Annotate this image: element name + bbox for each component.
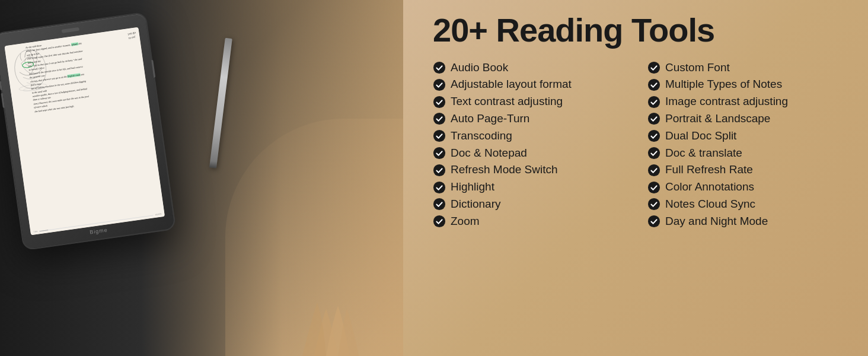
- svg-point-15: [648, 79, 660, 91]
- feature-label: Transcoding: [451, 129, 512, 143]
- device-brand: Bigme: [90, 227, 108, 235]
- svg-point-13: [433, 215, 445, 227]
- feature-transcoding: Transcoding: [433, 128, 636, 145]
- feature-label: Day and Night Mode: [665, 215, 768, 228]
- check-icon: [433, 96, 446, 109]
- svg-point-23: [648, 215, 660, 227]
- feature-label: Color Annotations: [665, 180, 754, 194]
- feature-full-refresh: Full Refresh Rate: [647, 161, 850, 179]
- feature-dictionary: Dictionary: [433, 196, 636, 213]
- feature-label: Notes Cloud Sync: [665, 198, 755, 211]
- svg-point-10: [433, 164, 445, 176]
- feature-label: Multiple Types of Notes: [665, 78, 782, 91]
- check-icon: [647, 96, 660, 109]
- feature-text-contrast: Text contrast adjusting: [433, 93, 636, 110]
- feature-label: Custom Font: [665, 61, 730, 75]
- right-side: 20+ Reading Tools Audio Book: [403, 0, 868, 356]
- feature-day-night: Day and Night Mode: [647, 213, 850, 230]
- check-icon: [433, 129, 446, 142]
- svg-point-19: [648, 147, 660, 159]
- feature-label: Text contrast adjusting: [451, 95, 563, 109]
- svg-point-11: [433, 181, 445, 193]
- svg-point-6: [433, 96, 445, 107]
- svg-point-14: [648, 62, 660, 74]
- check-icon: [647, 61, 660, 74]
- feature-label: Dual Doc Split: [665, 129, 736, 143]
- features-grid: Audio Book Adjustable layout format: [433, 59, 850, 347]
- check-icon: [433, 181, 446, 194]
- device-camera: [62, 27, 80, 33]
- check-icon: [433, 78, 446, 91]
- check-icon: [433, 61, 446, 74]
- svg-point-7: [433, 113, 445, 125]
- check-icon: [647, 198, 660, 211]
- feature-portrait-landscape: Portrait & Landscape: [647, 110, 850, 128]
- hand-illustration: [267, 237, 385, 356]
- feature-notes-cloud: Notes Cloud Sync: [647, 196, 850, 213]
- svg-point-8: [433, 130, 445, 142]
- check-icon: [647, 215, 660, 228]
- feature-audio-book: Audio Book: [433, 59, 636, 77]
- feature-refresh-mode: Refresh Mode Switch: [433, 161, 636, 179]
- feature-highlight: Highlight: [433, 179, 636, 196]
- feature-label: Highlight: [451, 180, 494, 194]
- svg-point-22: [648, 198, 660, 210]
- feature-dual-doc: Dual Doc Split: [647, 128, 850, 145]
- feature-label: Full Refresh Rate: [665, 163, 753, 177]
- feature-multiple-notes: Multiple Types of Notes: [647, 76, 850, 93]
- feature-label: Image contrast adjusting: [665, 95, 788, 109]
- feature-auto-page: Auto Page-Turn: [433, 110, 636, 128]
- svg-point-20: [648, 164, 660, 176]
- feature-label: Adjustable layout format: [451, 78, 572, 91]
- check-icon: [433, 164, 446, 177]
- feature-color-annotations: Color Annotations: [647, 179, 850, 196]
- svg-point-9: [433, 147, 445, 159]
- feature-label: Doc & Notepad: [451, 147, 527, 160]
- left-side: you go to on! As she said these words he…: [0, 0, 403, 356]
- feature-image-contrast: Image contrast adjusting: [647, 93, 850, 110]
- device-mockup: you go to on! As she said these words he…: [0, 5, 232, 316]
- svg-point-17: [648, 113, 660, 125]
- check-icon: [647, 129, 660, 142]
- right-column: Custom Font Multiple Types of Notes: [647, 59, 850, 347]
- feature-label: Refresh Mode Switch: [451, 163, 558, 177]
- svg-point-5: [433, 79, 445, 91]
- check-icon: [647, 78, 660, 91]
- feature-doc-translate: Doc & translate: [647, 145, 850, 162]
- feature-label: Auto Page-Turn: [451, 112, 529, 126]
- feature-label: Portrait & Landscape: [665, 112, 770, 126]
- feature-zoom: Zoom: [433, 213, 636, 230]
- check-icon: [433, 147, 446, 160]
- check-icon: [433, 198, 446, 211]
- feature-label: Doc & translate: [665, 147, 742, 160]
- screen-text: As she said these words her foot slipped…: [25, 38, 91, 113]
- svg-point-12: [433, 198, 445, 210]
- feature-label: Audio Book: [451, 61, 508, 75]
- svg-point-4: [433, 62, 445, 74]
- left-column: Audio Book Adjustable layout format: [433, 59, 636, 347]
- feature-layout: Adjustable layout format: [433, 76, 636, 93]
- main-container: you go to on! As she said these words he…: [0, 0, 868, 356]
- check-icon: [647, 147, 660, 160]
- device-screen: you go to on! As she said these words he…: [4, 27, 165, 236]
- feature-doc-notepad: Doc & Notepad: [433, 145, 636, 162]
- feature-custom-font: Custom Font: [647, 59, 850, 77]
- feature-label: Zoom: [451, 215, 480, 228]
- svg-point-16: [648, 96, 660, 107]
- svg-point-21: [648, 181, 660, 193]
- check-icon: [647, 181, 660, 194]
- check-icon: [433, 215, 446, 228]
- check-icon: [647, 164, 660, 177]
- check-icon: [647, 112, 660, 125]
- main-title: 20+ Reading Tools: [433, 12, 850, 49]
- svg-point-18: [648, 130, 660, 142]
- feature-label: Dictionary: [451, 198, 500, 211]
- check-icon: [433, 112, 446, 125]
